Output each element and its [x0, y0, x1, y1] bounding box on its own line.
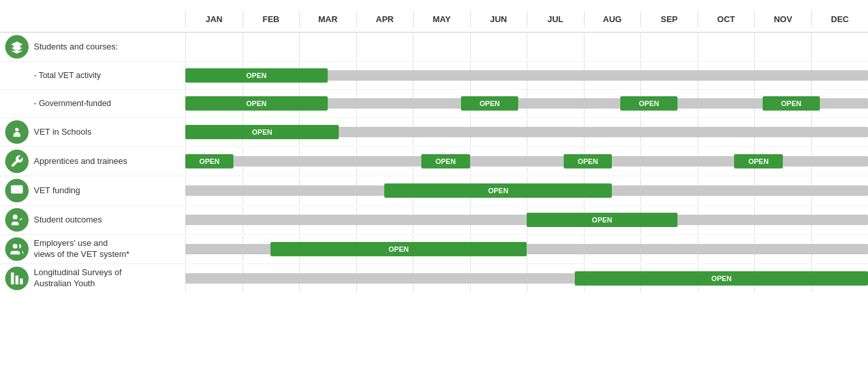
- schools-icon: [5, 120, 29, 144]
- timeline-government-funded: OPENOPENOPENOPEN: [185, 90, 868, 117]
- timeline-total-vet: OPEN: [185, 62, 868, 89]
- row-students-header: Students and courses:: [0, 33, 868, 62]
- open-bar: OPEN: [527, 213, 677, 227]
- label-student-outcomes: Student outcomes: [0, 206, 185, 234]
- month-header-apr: APR: [356, 11, 414, 27]
- row-vet-funding: $VET fundingOPEN: [0, 176, 868, 206]
- svg-point-9: [13, 244, 18, 248]
- svg-rect-10: [11, 273, 14, 284]
- open-bar: OPEN: [461, 96, 518, 111]
- apprentices-icon: [5, 150, 29, 173]
- open-bar: OPEN: [620, 96, 677, 111]
- label-text-employers: Employers' use andviews of the VET syste…: [34, 238, 129, 260]
- row-longitudinal: Longitudinal Surveys ofAustralian YouthO…: [0, 264, 868, 293]
- svg-rect-2: [15, 132, 19, 135]
- chart-container: JANFEBMARAPRMAYJUNJULAUGSEPOCTNOVDEC Stu…: [0, 0, 868, 299]
- label-text-government-funded: - Government-funded: [5, 98, 111, 109]
- row-government-funded: - Government-fundedOPENOPENOPENOPEN: [0, 90, 868, 118]
- row-student-outcomes: Student outcomesOPEN: [0, 206, 868, 235]
- label-text-apprentices: Apprentices and trainees: [34, 156, 127, 167]
- svg-text:$: $: [14, 187, 17, 193]
- timeline-student-outcomes: OPEN: [185, 206, 868, 234]
- month-header-jul: JUL: [527, 11, 584, 27]
- open-bar: OPEN: [575, 271, 868, 286]
- month-header-jan: JAN: [185, 11, 243, 27]
- label-longitudinal: Longitudinal Surveys ofAustralian Youth: [0, 264, 185, 293]
- header-row: JANFEBMARAPRMAYJUNJULAUGSEPOCTNOVDEC: [0, 7, 868, 33]
- timeline-vet-funding: OPEN: [185, 177, 868, 204]
- open-bar: OPEN: [421, 154, 469, 168]
- svg-point-8: [13, 215, 18, 219]
- month-header-nov: NOV: [754, 11, 811, 27]
- row-apprentices: Apprentices and traineesOPENOPENOPENOPEN: [0, 147, 868, 176]
- label-apprentices: Apprentices and trainees: [0, 147, 185, 176]
- month-header-feb: FEB: [243, 11, 300, 27]
- month-cell: [185, 33, 243, 60]
- month-header-jun: JUN: [470, 11, 527, 27]
- month-cell: [754, 33, 811, 60]
- grid-students-header: [185, 33, 868, 60]
- open-bar: OPEN: [185, 154, 233, 168]
- timeline-employers: OPEN: [185, 235, 868, 263]
- svg-point-1: [15, 128, 19, 132]
- students-icon: [5, 35, 29, 59]
- open-bar: OPEN: [185, 68, 328, 83]
- open-bar: OPEN: [564, 154, 612, 168]
- row-total-vet: - Total VET activityOPEN: [0, 62, 868, 90]
- label-text-student-outcomes: Student outcomes: [34, 215, 102, 226]
- label-total-vet: - Total VET activity: [0, 68, 185, 83]
- months-header: JANFEBMARAPRMAYJUNJULAUGSEPOCTNOVDEC: [185, 11, 868, 27]
- row-vet-in-schools: VET in SchoolsOPEN: [0, 118, 868, 147]
- open-bar: OPEN: [185, 96, 328, 111]
- label-text-total-vet: - Total VET activity: [5, 70, 101, 81]
- row-employers: Employers' use andviews of the VET syste…: [0, 235, 868, 264]
- longitudinal-icon: [5, 267, 29, 290]
- label-government-funded: - Government-funded: [0, 96, 185, 111]
- month-cell: [584, 33, 641, 60]
- month-cell: [356, 33, 414, 60]
- label-text-students-header: Students and courses:: [34, 42, 118, 53]
- outcomes-icon: [5, 208, 29, 232]
- month-cell: [527, 33, 584, 60]
- label-vet-funding: $VET funding: [0, 176, 185, 205]
- label-text-vet-funding: VET funding: [34, 185, 80, 196]
- month-cell: [243, 33, 300, 60]
- svg-rect-11: [16, 275, 19, 284]
- timeline-apprentices: OPENOPENOPENOPEN: [185, 148, 868, 175]
- month-cell: [470, 33, 527, 60]
- month-header-dec: DEC: [811, 11, 869, 27]
- month-header-aug: AUG: [584, 11, 641, 27]
- month-cell: [413, 33, 470, 60]
- open-bar: OPEN: [185, 125, 339, 139]
- label-text-vet-in-schools: VET in Schools: [34, 127, 92, 138]
- month-header-sep: SEP: [640, 11, 698, 27]
- rows-container: Students and courses:- Total VET activit…: [0, 33, 868, 293]
- open-bar: OPEN: [384, 183, 612, 198]
- month-cell: [640, 33, 698, 60]
- timeline-students-header: [185, 33, 868, 60]
- funding-icon: $: [5, 179, 29, 202]
- open-bar: OPEN: [734, 154, 782, 168]
- month-header-may: MAY: [413, 11, 470, 27]
- month-cell: [299, 33, 356, 60]
- month-cell: [811, 33, 869, 60]
- svg-point-0: [16, 44, 18, 46]
- month-header-mar: MAR: [299, 11, 356, 27]
- label-students-header: Students and courses:: [0, 33, 185, 61]
- month-header-oct: OCT: [698, 11, 755, 27]
- month-cell: [698, 33, 755, 60]
- timeline-longitudinal: OPEN: [185, 265, 868, 292]
- label-employers: Employers' use andviews of the VET syste…: [0, 235, 185, 263]
- open-bar: OPEN: [763, 96, 820, 111]
- svg-rect-12: [20, 278, 23, 284]
- label-text-longitudinal: Longitudinal Surveys ofAustralian Youth: [34, 267, 122, 289]
- open-bar: OPEN: [270, 242, 527, 256]
- timeline-vet-in-schools: OPEN: [185, 118, 868, 146]
- label-vet-in-schools: VET in Schools: [0, 118, 185, 146]
- employers-icon: [5, 237, 29, 261]
